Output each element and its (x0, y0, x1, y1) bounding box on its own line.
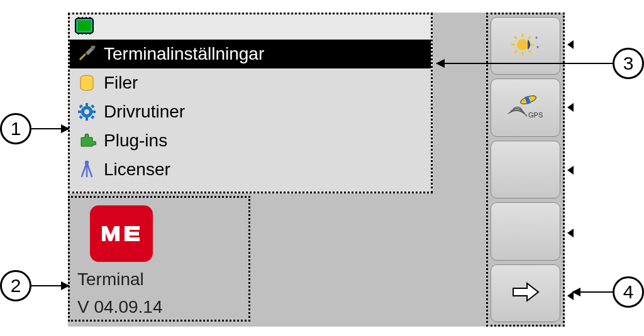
licenses-icon (75, 158, 99, 182)
arrow-right-icon (508, 279, 543, 307)
menu-item-files[interactable]: Filer (70, 68, 431, 97)
menu-item-plugins[interactable]: Plug-ins (70, 126, 431, 155)
menu-item-label: Terminalinställningar (104, 44, 264, 64)
menu-item-label: Licenser (104, 160, 170, 180)
blank-button-1[interactable] (491, 141, 560, 198)
menu-item-label: Filer (104, 73, 138, 93)
callout-1: 1 (0, 113, 69, 144)
menu-list: Terminalinställningar Filer (70, 40, 431, 184)
svg-rect-18 (79, 104, 82, 108)
svg-text:GPS: GPS (528, 111, 543, 119)
svg-line-31 (528, 36, 531, 39)
menu-item-drivers[interactable]: Drivrutiner (70, 97, 431, 126)
app-version: V 04.09.14 (77, 297, 241, 317)
app-name: Terminal (77, 269, 241, 290)
menu-item-label: Plug-ins (104, 131, 167, 151)
gear-icon (75, 100, 99, 124)
callout-2: 2 (0, 270, 69, 301)
svg-rect-14 (86, 103, 88, 106)
callout-3: 3 (436, 48, 644, 79)
svg-point-13 (84, 109, 89, 114)
menu-item-licenses[interactable]: Licenser (70, 155, 431, 184)
menu-item-label: Drivrutiner (104, 102, 185, 122)
database-icon (75, 71, 99, 95)
svg-rect-1 (78, 21, 91, 31)
puzzle-icon (75, 129, 99, 153)
svg-rect-17 (92, 111, 96, 113)
info-panel: Terminal V 04.09.14 (68, 196, 250, 322)
gps-icon: GPS (507, 91, 545, 125)
softkey-marker (567, 166, 574, 175)
svg-rect-19 (91, 104, 94, 108)
softkey-marker (567, 229, 574, 237)
menu-header (70, 14, 431, 40)
svg-point-22 (86, 161, 88, 164)
svg-line-28 (514, 36, 517, 39)
softkey-marker (567, 103, 574, 112)
svg-rect-16 (78, 111, 81, 113)
terminal-chip-icon (74, 16, 95, 38)
gps-button[interactable]: GPS (491, 79, 560, 136)
next-button[interactable] (491, 264, 560, 322)
blank-button-2[interactable] (491, 202, 560, 260)
svg-text:*: * (535, 36, 538, 43)
svg-rect-15 (86, 117, 88, 121)
me-logo (90, 205, 153, 262)
callout-4: 4 (572, 276, 644, 308)
svg-rect-20 (79, 115, 82, 119)
svg-rect-21 (91, 115, 94, 119)
tools-icon (75, 42, 99, 66)
svg-rect-10 (91, 46, 95, 48)
menu-panel: Terminalinställningar Filer (68, 13, 433, 193)
menu-item-terminal-settings[interactable]: Terminalinställningar (70, 40, 431, 68)
